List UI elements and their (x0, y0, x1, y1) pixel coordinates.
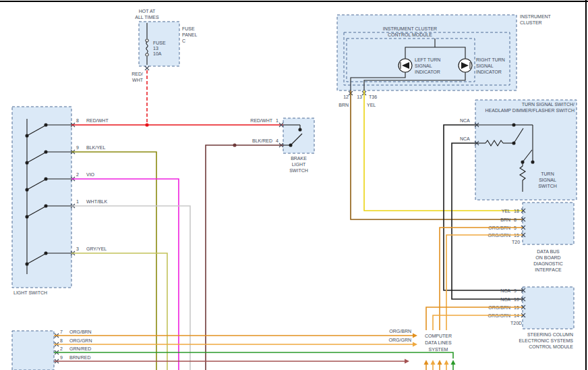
computer-data-lines-label: SYSTEM (429, 347, 448, 352)
wire-label-blk-red: BLK/RED (252, 138, 272, 143)
connector-x-mark (145, 66, 149, 70)
light-switch-label: LIGHT SWITCH (13, 290, 47, 295)
instrument-cluster-label: CLUSTER (520, 20, 542, 25)
wire-arrow-up (438, 360, 442, 365)
wire-label-red-wht: RED/WHT (250, 118, 272, 123)
connector-label: T20D (510, 321, 522, 325)
hot-at-label: ALL TIMES (135, 15, 159, 20)
wire-label: RED/WHT (86, 118, 109, 123)
wiring-diagram-svg: HOT AT ALL TIMES FUSE PANEL C FUSE 13 10… (0, 0, 588, 370)
turn-signal-switch-label: SIGNAL (539, 178, 556, 182)
data-bus-interface-box (523, 203, 574, 244)
cluster-module-label: INSTRUMENT CLUSTER (383, 26, 437, 31)
wire-label: YEL (502, 209, 510, 213)
connector-label: T20 (512, 240, 520, 244)
junction-dot (145, 123, 148, 126)
steering-module-label: CONTROL MODULE (529, 344, 573, 349)
wire-label: GRY/YEL (86, 246, 107, 251)
right-indicator-label: SIGNAL (476, 63, 494, 68)
wire-grn-red (54, 352, 453, 359)
fuse-panel-label: C (182, 38, 185, 43)
wire-label: VIO (86, 172, 95, 177)
wire-label: BRN/RED (69, 355, 91, 360)
data-bus-label: DATA BUS (537, 249, 560, 254)
right-indicator-label: RIGHT TURN (476, 57, 505, 62)
pin-number: 8 (76, 118, 79, 123)
wire-label-nca: NCA (460, 118, 470, 123)
pin-number: 8 (60, 338, 63, 343)
data-bus-label: ON BOARD (535, 255, 560, 260)
fuse-panel-label: PANEL (182, 32, 198, 37)
computer-data-lines-label: COMPUTER (425, 334, 452, 338)
pin-number: 7 (60, 329, 63, 334)
wire-label-yel: YEL (367, 103, 376, 107)
fuse-number: 13 (153, 46, 158, 51)
wire-label-org-brn: ORG/BRN (389, 329, 411, 334)
brake-light-switch-box (283, 118, 314, 153)
brake-switch-label: LIGHT (292, 162, 306, 167)
turn-signal-switch-box (475, 100, 577, 200)
wire-arrow-up (424, 360, 429, 365)
turn-signal-switch-title: TURN SIGNAL SWITCH/ (522, 102, 575, 107)
wire-label-red-wht: WHT (132, 78, 144, 82)
wire-label-brn: BRN (339, 103, 349, 107)
wire-org-grn-databus (446, 235, 523, 330)
pin-number: 12 (343, 95, 349, 99)
wire-arrow-right (405, 359, 409, 364)
right-indicator-label: INDICATOR (476, 70, 502, 74)
wiring-diagram-page: HOT AT ALL TIMES FUSE PANEL C FUSE 13 10… (0, 0, 588, 370)
pin-number: 18 (514, 209, 519, 213)
wire-arrow-up (431, 360, 436, 365)
wire-label: BRN (500, 217, 510, 222)
pin-number: 1 (76, 199, 79, 204)
pin-number: 9 (514, 288, 517, 293)
pin-number: 9 (76, 145, 79, 150)
wire-label: NCA (500, 297, 510, 302)
cluster-module-label: CONTROL MODULE (388, 32, 432, 37)
left-turn-indicator-symbol (399, 59, 412, 72)
pin-number: 9 (60, 355, 63, 360)
wire-label-red-wht: RED/ (131, 72, 143, 76)
light-switch-box (12, 107, 71, 288)
pin-number: 2 (76, 172, 79, 177)
steering-module-label: STEERING COLUMN (527, 332, 573, 337)
fuse-rating: 10A (153, 51, 162, 56)
steering-module-label: ELECTRONIC SYSTEMS (519, 338, 573, 343)
computer-data-lines-label: DATA LINES (425, 340, 452, 345)
turn-signal-switch-label: TURN (541, 171, 554, 176)
wire-blk-red (206, 145, 283, 370)
wire-label: GRN/RED (69, 346, 91, 351)
wire-org-brn-steering (426, 307, 523, 330)
pin-number: 8 (514, 217, 517, 222)
pin-number: 10 (514, 297, 519, 302)
wire-arrow-right (413, 334, 417, 338)
connector-label: T36 (369, 95, 377, 99)
left-indicator-label: INDICATOR (415, 70, 440, 74)
pin-number: 1 (276, 118, 278, 123)
steering-column-module-box (523, 287, 574, 329)
wire-label: WHT/BLK (86, 199, 107, 204)
right-turn-indicator-symbol (459, 59, 472, 72)
wire-wht-blk (71, 206, 190, 370)
pin-number: 4 (276, 138, 278, 143)
brake-switch-label: BRAKE (291, 156, 307, 161)
brake-switch-label: SWITCH (289, 168, 308, 173)
wire-label: BLK/YEL (86, 145, 106, 150)
instrument-cluster-label: INSTRUMENT (520, 14, 552, 19)
wire-arrow-up (444, 360, 449, 365)
pin-number: 13 (357, 95, 362, 99)
wire-arrow-right (413, 342, 417, 347)
data-bus-label: DIAGNOSTIC (533, 261, 563, 266)
left-indicator-label: LEFT TURN (415, 57, 440, 62)
bottom-module-box (12, 331, 54, 370)
wire-label: NCA (500, 288, 510, 293)
pin-number: 3 (76, 246, 79, 251)
wire-label: ORG/GRN (69, 338, 92, 343)
wire-label-org-grn: ORG/GRN (389, 338, 411, 342)
turn-signal-switch-title: HEADLAMP DIMMER/FLASHER SWITCH (486, 108, 575, 113)
wire-arrow-up (451, 360, 456, 365)
left-indicator-label: SIGNAL (415, 63, 432, 68)
wire-label-nca: NCA (460, 136, 470, 141)
wire-blk-yel (71, 152, 156, 370)
hot-at-label: HOT AT (139, 9, 156, 14)
